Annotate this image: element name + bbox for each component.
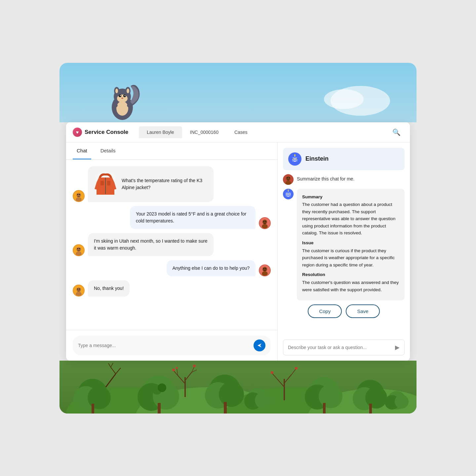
svg-point-28: [265, 220, 266, 222]
svg-point-16: [76, 193, 81, 197]
svg-point-4: [115, 89, 118, 93]
svg-point-33: [79, 248, 80, 249]
issue-title: Issue: [302, 239, 399, 247]
svg-point-35: [262, 267, 267, 271]
cloud-2: [324, 89, 364, 109]
agent-avatar-2: [259, 264, 271, 276]
nav-logo: ♥ Service Console: [73, 128, 139, 137]
svg-point-95: [172, 369, 175, 371]
svg-point-41: [76, 292, 82, 296]
nav-tab-inc[interactable]: INC_0000160: [182, 126, 226, 138]
svg-point-12: [116, 101, 128, 116]
svg-point-75: [88, 386, 111, 409]
chat-panel: Chat Details: [66, 142, 278, 361]
svg-point-37: [263, 268, 265, 269]
einstein-input-wrapper: ▶: [283, 339, 405, 355]
svg-point-122: [395, 395, 409, 409]
customer-avatar-2: [73, 244, 85, 256]
svg-line-81: [111, 363, 113, 367]
svg-point-9: [120, 95, 121, 96]
svg-line-90: [185, 372, 192, 380]
svg-point-65: [289, 193, 290, 194]
einstein-bot-avatar: [283, 189, 294, 199]
nav-tab-lauren[interactable]: Lauren Boyle: [139, 126, 182, 138]
send-button[interactable]: [254, 339, 265, 351]
svg-point-59: [289, 177, 290, 178]
einstein-user-avatar: [283, 174, 294, 185]
chat-tabs: Chat Details: [66, 142, 277, 160]
svg-point-19: [79, 194, 80, 195]
svg-point-5: [127, 89, 129, 93]
chat-messages: What's the temperature rating of the K3 …: [66, 160, 277, 330]
svg-point-49: [296, 158, 297, 159]
svg-point-38: [265, 268, 266, 269]
background-scene-top: [60, 63, 416, 122]
message-bubble-4: Anything else I can do to to help you?: [167, 260, 256, 276]
search-icon[interactable]: 🔍: [390, 127, 403, 138]
svg-point-104: [255, 392, 271, 409]
svg-point-10: [125, 95, 126, 96]
einstein-input-area: ▶: [283, 339, 405, 355]
nav-bar: ♥ Service Console Lauren Boyle INC_00001…: [66, 122, 410, 142]
svg-point-87: [158, 383, 166, 392]
svg-point-36: [262, 271, 268, 276]
customer-avatar-1: [73, 190, 85, 202]
svg-rect-76: [92, 404, 94, 414]
einstein-send-icon[interactable]: ▶: [395, 344, 400, 351]
svg-line-77: [106, 374, 116, 387]
content-area: Chat Details: [66, 142, 410, 361]
chat-input[interactable]: [78, 343, 250, 348]
message-text-1: What's the temperature rating of the K3 …: [122, 177, 208, 191]
summary-intro: The customer had a question about a prod…: [302, 201, 399, 237]
tab-details[interactable]: Details: [97, 142, 120, 159]
einstein-input[interactable]: [288, 345, 392, 350]
svg-point-54: [297, 158, 298, 159]
svg-rect-50: [294, 161, 296, 162]
einstein-user-message: Summarize this chat for me.: [283, 174, 405, 185]
jacket-illustration: [94, 171, 117, 197]
message-bubble-1: What's the temperature rating of the K3 …: [88, 166, 214, 202]
summary-title: Summary: [302, 193, 399, 201]
svg-point-68: [288, 189, 289, 190]
svg-point-27: [263, 220, 265, 222]
svg-point-97: [193, 365, 196, 367]
copy-button[interactable]: Copy: [308, 304, 342, 318]
svg-point-43: [79, 288, 80, 290]
svg-line-108: [272, 373, 277, 379]
svg-point-48: [293, 158, 294, 159]
svg-line-89: [178, 376, 185, 384]
message-bubble-3: I'm skiing in Utah next month, so I want…: [88, 233, 214, 256]
svg-point-11: [121, 98, 123, 99]
save-button[interactable]: Save: [346, 304, 379, 318]
issue-text: The customer is curious if the product t…: [302, 247, 399, 269]
svg-point-110: [271, 371, 273, 374]
tab-chat[interactable]: Chat: [73, 142, 91, 159]
message-row-4: Anything else I can do to to help you?: [73, 260, 271, 276]
agent-avatar-1: [259, 217, 271, 229]
einstein-user-query: Summarize this chat for me.: [297, 174, 354, 182]
svg-point-118: [365, 387, 387, 409]
svg-rect-22: [100, 181, 104, 185]
message-row-3: I'm skiing in Utah next month, so I want…: [73, 233, 271, 256]
chat-input-area: [66, 330, 277, 361]
svg-line-107: [284, 375, 292, 383]
einstein-title: Einstein: [305, 155, 329, 162]
svg-point-111: [295, 367, 298, 370]
einstein-bot-message: Summary The customer had a question abou…: [283, 189, 405, 301]
nav-tabs: Lauren Boyle INC_0000160 Cases: [139, 126, 390, 138]
svg-point-52: [294, 154, 296, 156]
message-with-image: What's the temperature rating of the K3 …: [94, 171, 208, 197]
nav-tab-cases[interactable]: Cases: [226, 126, 256, 138]
customer-avatar-3: [73, 285, 85, 297]
svg-line-78: [111, 367, 116, 374]
svg-rect-66: [287, 196, 289, 197]
svg-point-32: [77, 248, 79, 249]
message-bubble-5: No, thank you!: [88, 280, 130, 297]
svg-line-79: [116, 368, 121, 374]
message-row: What's the temperature rating of the K3 …: [73, 166, 271, 202]
svg-point-53: [292, 158, 293, 159]
main-card: ♥ Service Console Lauren Boyle INC_00001…: [66, 122, 410, 361]
svg-point-42: [77, 288, 79, 290]
svg-rect-85: [158, 403, 161, 414]
svg-line-80: [108, 363, 111, 367]
